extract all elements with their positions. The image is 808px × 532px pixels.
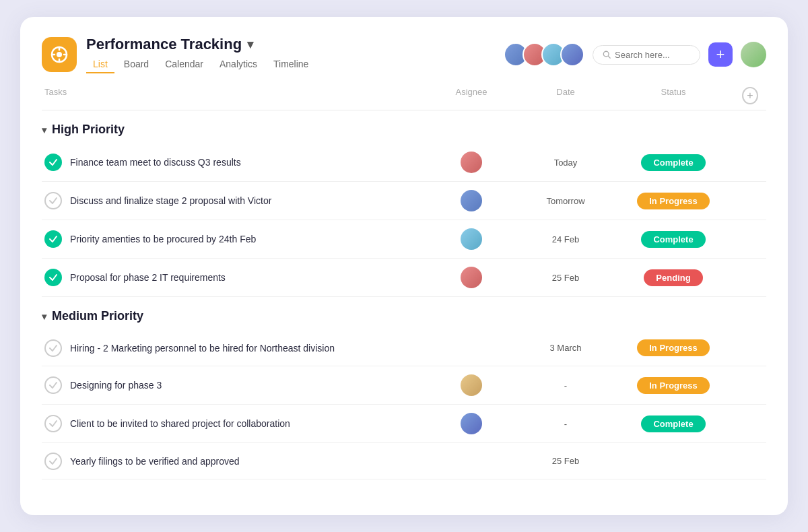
- search-box[interactable]: [593, 45, 700, 65]
- tab-analytics[interactable]: Analytics: [213, 56, 264, 73]
- task-assignee-cell: [424, 413, 518, 434]
- task-name-cell: Proposal for phase 2 IT requirements: [42, 269, 424, 286]
- task-row: Hiring - 2 Marketing personnel to be hir…: [42, 330, 766, 366]
- task-name-cell: Client to be invited to shared project f…: [42, 415, 424, 432]
- current-user-avatar: [741, 42, 766, 67]
- tab-board[interactable]: Board: [117, 56, 156, 73]
- task-assignee-cell: [424, 190, 518, 211]
- task-check-icon[interactable]: [44, 415, 62, 432]
- task-date-cell: -: [518, 380, 613, 391]
- section-header-high-priority[interactable]: ▾ High Priority: [42, 110, 766, 143]
- svg-point-1: [57, 52, 62, 57]
- task-name-cell: Priority amenties to be procured by 24th…: [42, 230, 424, 248]
- task-date-cell: 25 Feb: [518, 273, 613, 283]
- header-title-area: Performance Tracking ▾ List Board Calend…: [86, 36, 504, 73]
- task-name-cell: Yearly filings to be verified and approv…: [42, 453, 424, 470]
- header-right: +: [504, 42, 766, 67]
- task-row: Finance team meet to discuss Q3 resultsT…: [42, 143, 766, 182]
- nav-tabs: List Board Calendar Analytics Timeline: [86, 56, 504, 73]
- task-assignee-avatar: [461, 228, 482, 250]
- section-high-priority: ▾ High Priority Finance team meet to dis…: [42, 110, 766, 297]
- title-chevron-icon[interactable]: ▾: [247, 37, 253, 52]
- search-icon: [603, 50, 611, 59]
- task-status-cell: Pending: [613, 269, 734, 286]
- status-badge: In Progress: [637, 193, 710, 209]
- task-name-text: Proposal for phase 2 IT requirements: [70, 272, 226, 283]
- status-badge: Complete: [641, 154, 705, 171]
- header: Performance Tracking ▾ List Board Calend…: [42, 36, 766, 73]
- col-status: Status: [613, 87, 734, 104]
- task-assignee-cell: [424, 374, 518, 396]
- task-check-icon[interactable]: [44, 230, 62, 248]
- sections-container: ▾ High Priority Finance team meet to dis…: [42, 110, 766, 479]
- team-avatars: [504, 42, 584, 67]
- task-row: Proposal for phase 2 IT requirements25 F…: [42, 259, 766, 297]
- task-check-icon[interactable]: [44, 376, 62, 394]
- app-icon: [42, 37, 77, 72]
- status-badge: In Progress: [637, 377, 710, 394]
- task-name-text: Client to be invited to shared project f…: [70, 418, 290, 429]
- task-date-cell: 3 March: [518, 343, 613, 353]
- task-check-icon[interactable]: [44, 192, 62, 209]
- task-status-cell: In Progress: [613, 193, 734, 209]
- task-name-text: Priority amenties to be procured by 24th…: [70, 234, 256, 244]
- task-row: Designing for phase 3-In Progress: [42, 366, 766, 405]
- svg-line-7: [608, 56, 610, 58]
- task-date-cell: -: [518, 419, 613, 429]
- section-chevron-icon: ▾: [42, 311, 46, 322]
- tab-timeline[interactable]: Timeline: [267, 56, 315, 73]
- task-status-cell: Complete: [613, 231, 734, 248]
- status-badge: Pending: [644, 269, 702, 286]
- task-check-icon[interactable]: [44, 269, 62, 286]
- task-check-icon[interactable]: [44, 339, 62, 357]
- task-name-text: Yearly filings to be verified and approv…: [70, 456, 240, 467]
- task-name-cell: Designing for phase 3: [42, 376, 424, 394]
- tab-list[interactable]: List: [86, 56, 114, 73]
- search-input[interactable]: [615, 50, 690, 60]
- task-assignee-cell: [424, 152, 518, 173]
- task-name-text: Designing for phase 3: [70, 380, 162, 391]
- task-assignee-avatar: [461, 413, 482, 434]
- task-date-cell: 25 Feb: [518, 456, 613, 466]
- task-assignee-cell: [424, 267, 518, 288]
- section-label: Medium Priority: [52, 309, 143, 323]
- task-row: Priority amenties to be procured by 24th…: [42, 220, 766, 259]
- col-assignee: Asignee: [424, 87, 518, 104]
- task-check-icon[interactable]: [44, 154, 62, 171]
- task-name-cell: Finance team meet to discuss Q3 results: [42, 154, 424, 171]
- task-check-icon[interactable]: [44, 453, 62, 470]
- task-row: Yearly filings to be verified and approv…: [42, 443, 766, 479]
- task-assignee-avatar: [461, 152, 482, 173]
- task-assignee-cell: [424, 228, 518, 250]
- team-avatar-4: [560, 42, 584, 67]
- section-header-medium-priority[interactable]: ▾ Medium Priority: [42, 297, 766, 330]
- status-badge: In Progress: [637, 339, 710, 356]
- task-assignee-avatar: [461, 190, 482, 211]
- task-assignee-avatar: [461, 267, 482, 288]
- task-date-cell: Tomorrow: [518, 196, 613, 206]
- status-badge: Complete: [641, 415, 705, 432]
- task-name-cell: Discuss and finalize stage 2 proposal wi…: [42, 192, 424, 209]
- task-date-cell: 24 Feb: [518, 234, 613, 244]
- task-name-cell: Hiring - 2 Marketing personnel to be hir…: [42, 339, 424, 357]
- table-header: Tasks Asignee Date Status +: [42, 80, 766, 110]
- task-name-text: Hiring - 2 Marketing personnel to be hir…: [70, 343, 335, 354]
- status-badge: Complete: [641, 231, 705, 248]
- add-column-button[interactable]: +: [742, 87, 758, 104]
- task-name-text: Discuss and finalize stage 2 proposal wi…: [70, 195, 271, 206]
- section-medium-priority: ▾ Medium Priority Hiring - 2 Marketing p…: [42, 297, 766, 479]
- app-title[interactable]: Performance Tracking ▾: [86, 36, 504, 53]
- task-status-cell: Complete: [613, 154, 734, 171]
- task-status-cell: In Progress: [613, 339, 734, 356]
- task-row: Discuss and finalize stage 2 proposal wi…: [42, 182, 766, 220]
- task-date-cell: Today: [518, 158, 613, 168]
- main-card: Performance Tracking ▾ List Board Calend…: [20, 17, 788, 515]
- section-chevron-icon: ▾: [42, 125, 46, 135]
- add-button[interactable]: +: [708, 42, 733, 67]
- tab-calendar[interactable]: Calendar: [158, 56, 210, 73]
- task-row: Client to be invited to shared project f…: [42, 405, 766, 443]
- task-status-cell: Complete: [613, 415, 734, 432]
- section-label: High Priority: [52, 123, 125, 137]
- col-add[interactable]: +: [734, 87, 766, 104]
- task-status-cell: In Progress: [613, 377, 734, 394]
